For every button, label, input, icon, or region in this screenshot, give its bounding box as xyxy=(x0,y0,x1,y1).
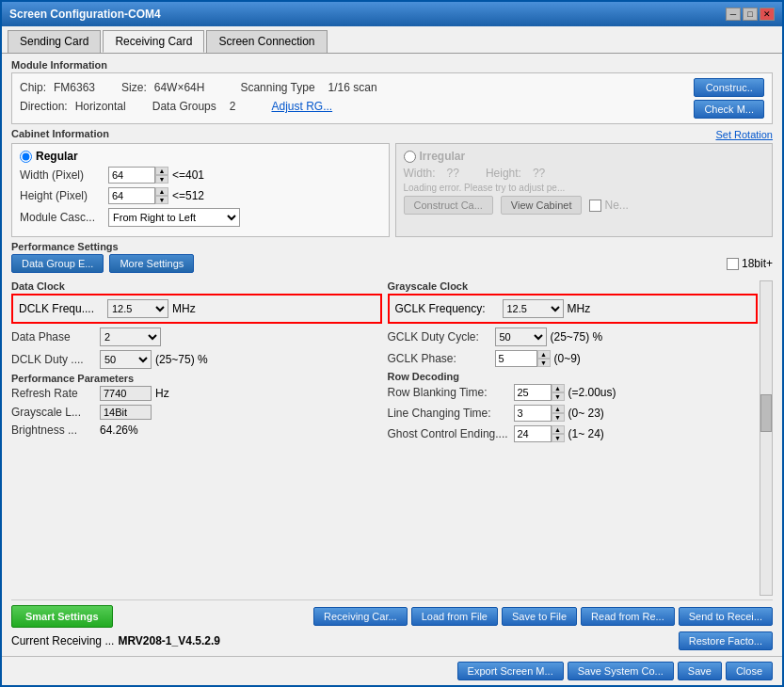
regular-radio[interactable] xyxy=(20,151,32,163)
gclk-phase-down[interactable]: ▼ xyxy=(537,359,551,367)
line-up[interactable]: ▲ xyxy=(552,405,565,413)
ghost-up[interactable]: ▲ xyxy=(552,425,565,434)
close-window-button[interactable]: ✕ xyxy=(760,8,775,21)
gclk-phase-spinner: ▲ ▼ xyxy=(495,350,551,367)
close-button[interactable]: Close xyxy=(726,662,773,680)
gclk-phase-input[interactable] xyxy=(495,350,537,367)
view-cabinet-button[interactable]: View Cabinet xyxy=(501,196,583,215)
blanking-up[interactable]: ▲ xyxy=(552,384,565,392)
line-input[interactable] xyxy=(514,405,552,422)
gclk-duty-row: GCLK Duty Cycle: 50 (25~75) % xyxy=(388,328,759,346)
ne-checkbox-row: Ne... xyxy=(589,199,628,212)
set-rotation-link[interactable]: Set Rotation xyxy=(715,129,773,140)
height-spinner: ▲ ▼ xyxy=(108,187,168,204)
module-info-buttons: Construc.. Check M... xyxy=(694,78,764,119)
gclk-phase-up[interactable]: ▲ xyxy=(537,350,551,359)
window-title: Screen Configuration-COM4 xyxy=(9,8,161,21)
tab-screen-connection[interactable]: Screen Connection xyxy=(206,30,327,53)
gclk-freq-row: GCLK Frequency: 12.5 MHz xyxy=(388,294,759,324)
send-to-recei-button[interactable]: Send to Recei... xyxy=(679,607,773,626)
adjust-rg-link[interactable]: Adjust RG... xyxy=(271,100,332,113)
cabinet-info-section: Cabinet Information Set Rotation Regular… xyxy=(11,128,773,237)
data-phase-select[interactable]: 2 xyxy=(100,328,161,346)
ghost-control-row: Ghost Control Ending.... ▲ ▼ (1~ 24) xyxy=(388,425,759,442)
tab-receiving-card[interactable]: Receiving Card xyxy=(103,30,204,53)
gclk-inner: GCLK Frequency: 12.5 MHz xyxy=(395,299,751,318)
title-controls: ─ □ ✕ xyxy=(726,8,775,21)
dclk-freq-select[interactable]: 12.5 xyxy=(107,299,168,318)
gclk-duty-select[interactable]: 50 xyxy=(495,328,547,346)
irr-dimensions-row: Width: ?? Height: ?? xyxy=(404,167,765,180)
dclk-duty-select[interactable]: 50 xyxy=(100,350,152,369)
line-changing-row: Line Changing Time: ▲ ▼ (0~ 23) xyxy=(388,405,759,422)
line-down[interactable]: ▼ xyxy=(552,413,565,422)
module-info-title: Module Information xyxy=(11,59,773,71)
maximize-button[interactable]: □ xyxy=(743,8,758,21)
save-to-file-button[interactable]: Save to File xyxy=(502,607,577,626)
main-content: Module Information Chip: FM6363 Size: 64… xyxy=(2,54,782,656)
blanking-controls: ▲ ▼ xyxy=(552,384,565,401)
data-group-button[interactable]: Data Group E... xyxy=(11,254,104,273)
clocks-section: Data Clock DCLK Frequ.... 12.5 MHz Data … xyxy=(11,280,773,596)
save-system-button[interactable]: Save System Co... xyxy=(568,662,674,680)
check-m-button[interactable]: Check M... xyxy=(694,100,764,119)
width-spin-down[interactable]: ▼ xyxy=(155,175,168,184)
restore-facto-button[interactable]: Restore Facto... xyxy=(679,631,773,650)
load-from-file-button[interactable]: Load from File xyxy=(411,607,498,626)
right-scrollbar[interactable] xyxy=(760,280,773,596)
module-info-left: Chip: FM6363 Size: 64W×64H Scanning Type… xyxy=(20,81,684,116)
grayscale-input xyxy=(100,405,152,420)
dclk-freq-row: DCLK Frequ.... 12.5 MHz xyxy=(11,294,382,324)
18bit-checkbox[interactable] xyxy=(727,258,739,270)
dclk-duty-row: DCLK Duty .... 50 (25~75) % xyxy=(11,350,382,369)
ne-checkbox[interactable] xyxy=(589,200,601,212)
irregular-radio[interactable] xyxy=(404,151,416,163)
gclk-phase-controls: ▲ ▼ xyxy=(537,350,551,367)
export-screen-button[interactable]: Export Screen M... xyxy=(457,662,564,680)
scroll-thumb xyxy=(760,394,772,432)
performance-section: Performance Settings Data Group E... Mor… xyxy=(11,241,773,277)
regular-radio-label: Regular xyxy=(20,150,381,163)
construct-button[interactable]: Construc.. xyxy=(694,78,764,97)
tab-sending-card[interactable]: Sending Card xyxy=(8,30,101,53)
save-button[interactable]: Save xyxy=(678,662,722,680)
dclk-inner: DCLK Frequ.... 12.5 MHz xyxy=(19,299,375,318)
ghost-controls: ▲ ▼ xyxy=(552,425,565,442)
ghost-down[interactable]: ▼ xyxy=(552,434,565,442)
blanking-input[interactable] xyxy=(514,384,552,401)
width-input[interactable] xyxy=(108,167,155,184)
more-settings-button[interactable]: More Settings xyxy=(109,254,194,273)
bottom-actions: Smart Settings Receiving Car... Load fro… xyxy=(11,599,773,628)
height-spin-down[interactable]: ▼ xyxy=(155,196,168,204)
performance-title: Performance Settings xyxy=(11,241,773,252)
chip-row: Chip: FM6363 Size: 64W×64H Scanning Type… xyxy=(20,81,684,94)
construct-ca-button[interactable]: Construct Ca... xyxy=(404,196,493,215)
gclk-freq-select[interactable]: 12.5 xyxy=(503,299,564,318)
smart-settings-button[interactable]: Smart Settings xyxy=(11,605,113,628)
irr-error-row: Loading error. Please try to adjust pe..… xyxy=(404,183,765,193)
direction-row: Direction: Horizontal Data Groups 2 Adju… xyxy=(20,100,684,113)
height-input[interactable] xyxy=(108,187,155,204)
blanking-down[interactable]: ▼ xyxy=(552,392,565,401)
current-row: Current Receiving ... MRV208-1_V4.5.2.9 … xyxy=(11,631,773,650)
performance-buttons-row: Data Group E... More Settings 18bit+ xyxy=(11,254,773,273)
module-info-section: Module Information Chip: FM6363 Size: 64… xyxy=(11,59,773,124)
line-controls: ▲ ▼ xyxy=(552,405,565,422)
width-pixel-row: Width (Pixel) ▲ ▼ <=401 xyxy=(20,167,381,184)
regular-cabinet-box: Regular Width (Pixel) ▲ ▼ <=401 xyxy=(11,143,390,237)
left-panel: Data Clock DCLK Frequ.... 12.5 MHz Data … xyxy=(11,280,382,596)
width-spinner: ▲ ▼ xyxy=(108,167,168,184)
width-spinner-controls: ▲ ▼ xyxy=(155,167,168,184)
module-casc-row: Module Casc... From Right to Left xyxy=(20,208,381,227)
ghost-input[interactable] xyxy=(514,425,552,442)
minimize-button[interactable]: ─ xyxy=(726,8,741,21)
receiving-car-button[interactable]: Receiving Car... xyxy=(313,607,408,626)
width-spin-up[interactable]: ▲ xyxy=(155,167,168,175)
irr-buttons-row: Construct Ca... View Cabinet Ne... xyxy=(404,196,765,215)
footer: Export Screen M... Save System Co... Sav… xyxy=(2,656,782,685)
height-spin-up[interactable]: ▲ xyxy=(155,187,168,196)
read-from-re-button[interactable]: Read from Re... xyxy=(581,607,675,626)
irregular-radio-label: Irregular xyxy=(404,150,765,163)
module-casc-select[interactable]: From Right to Left xyxy=(108,208,240,227)
grayscale-clock-title: Grayscale Clock xyxy=(388,280,759,292)
